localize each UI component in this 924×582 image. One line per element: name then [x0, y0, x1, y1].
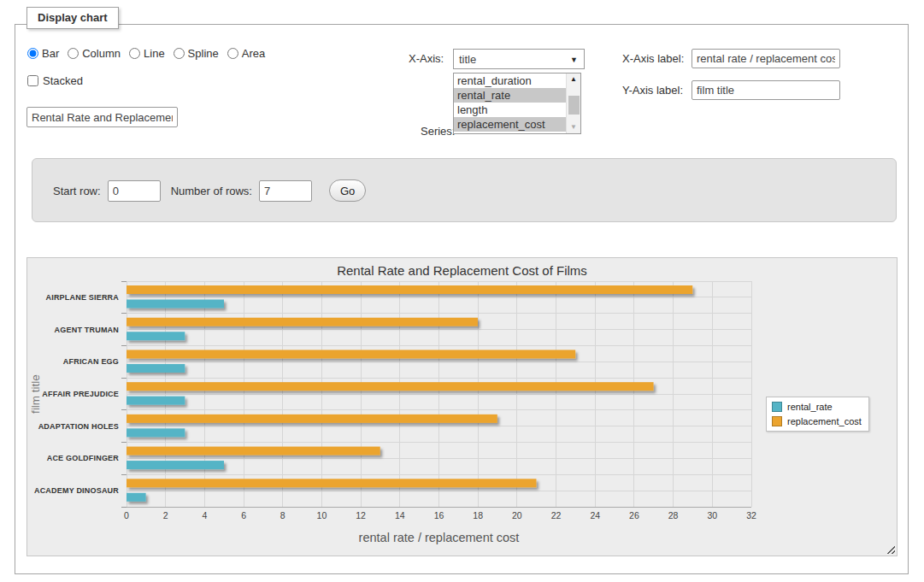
chart-type-option-column[interactable]: Column	[68, 47, 121, 60]
bar-replacement_cost	[127, 479, 536, 487]
stacked-checkbox[interactable]	[27, 75, 38, 86]
x-tick-label: 8	[280, 510, 285, 520]
chart-type-option-bar[interactable]: Bar	[27, 47, 59, 60]
num-rows-label: Number of rows:	[171, 185, 252, 197]
series-option-rental_duration[interactable]: rental_duration	[454, 73, 566, 88]
bar-rental_rate	[127, 300, 224, 309]
series-option-rental_rate[interactable]: rental_rate	[454, 88, 566, 103]
scroll-up-icon[interactable]: ▲	[567, 73, 580, 85]
start-row-label: Start row:	[53, 185, 101, 197]
legend-label: replacement_cost	[787, 416, 862, 426]
x-tick-label: 10	[317, 510, 327, 520]
start-row-input[interactable]	[108, 180, 161, 202]
x-axis-select[interactable]: title ▼	[453, 49, 585, 69]
x-tick-label: 24	[590, 510, 600, 520]
category-label: AFFAIR PREJUDICE	[42, 390, 119, 398]
display-chart-fieldset: Display chart BarColumnLineSplineArea St…	[15, 24, 909, 574]
x-tick-label: 14	[395, 510, 405, 520]
x-axis-selected-value: title	[459, 53, 476, 66]
bar-replacement_cost	[127, 350, 575, 358]
bar-replacement_cost	[127, 382, 654, 391]
chart-title-input[interactable]	[26, 107, 178, 127]
legend-swatch	[772, 416, 782, 426]
chart-type-option-spline[interactable]: Spline	[174, 47, 219, 60]
series-options: rental_durationrental_ratelengthreplacem…	[454, 73, 566, 132]
series-multiselect[interactable]: rental_durationrental_ratelengthreplacem…	[453, 73, 581, 134]
category-label: ACADEMY DINOSAUR	[34, 486, 119, 495]
x-tick-label: 16	[434, 510, 444, 520]
bar-replacement_cost	[127, 285, 692, 294]
radio-bar[interactable]	[27, 48, 38, 59]
bar-replacement_cost	[127, 414, 497, 423]
chart-container: Rental Rate and Replacement Cost of Film…	[26, 257, 898, 556]
category-label: ADAPTATION HOLES	[38, 422, 119, 431]
chart-legend: rental_ratereplacement_cost	[766, 397, 869, 432]
y-axis-label-input[interactable]	[692, 80, 840, 100]
scrollbar-thumb[interactable]	[568, 96, 580, 115]
bar-rental_rate	[127, 364, 185, 373]
x-axis-label-caption: X-Axis label:	[622, 52, 684, 65]
x-axis-title: rental rate / replacement cost	[359, 531, 520, 544]
x-tick-label: 26	[629, 510, 639, 520]
chart-type-option-line[interactable]: Line	[129, 47, 165, 60]
bars: AIRPLANE SIERRAAGENT TRUMANAFRICAN EGGAF…	[34, 285, 692, 502]
series-select-label: Series:	[421, 125, 455, 138]
category-label: AGENT TRUMAN	[55, 326, 119, 334]
x-tick-label: 20	[512, 510, 522, 520]
y-axis-title: film title	[29, 374, 42, 414]
x-tick-label: 2	[163, 510, 168, 520]
series-option-length[interactable]: length	[454, 103, 566, 117]
x-tick-label: 18	[473, 510, 483, 520]
row-range-panel: Start row: Number of rows: Go	[32, 158, 897, 222]
stacked-row: Stacked	[27, 74, 83, 87]
bar-rental_rate	[127, 428, 185, 437]
x-tick-label: 6	[241, 510, 246, 520]
bar-rental_rate	[127, 332, 185, 340]
bar-rental_rate	[127, 461, 224, 469]
category-label: AFRICAN EGG	[63, 357, 119, 366]
legend-entry-rental_rate: rental_rate	[772, 402, 862, 412]
y-axis-label-caption: Y-Axis label:	[622, 84, 683, 97]
category-label: ACE GOLDFINGER	[47, 454, 120, 462]
bar-rental_rate	[127, 397, 185, 405]
chevron-down-icon: ▼	[570, 56, 578, 64]
x-tick-label: 12	[356, 510, 366, 520]
bar-replacement_cost	[127, 447, 380, 456]
chart-type-option-area[interactable]: Area	[227, 47, 265, 60]
go-button[interactable]: Go	[329, 179, 366, 202]
legend-entry-replacement_cost: replacement_cost	[772, 416, 862, 426]
radio-area[interactable]	[227, 48, 238, 59]
x-axis-select-label: X-Axis:	[409, 52, 444, 65]
x-tick-label: 22	[551, 510, 562, 520]
radio-line[interactable]	[129, 48, 140, 59]
fieldset-legend: Display chart	[26, 7, 119, 29]
legend-label: rental_rate	[787, 402, 833, 412]
radio-column[interactable]	[68, 48, 79, 59]
gridlines	[121, 281, 751, 507]
x-tick-label: 32	[746, 510, 756, 520]
x-tick-label: 28	[668, 510, 679, 520]
x-axis-label-input[interactable]	[692, 49, 840, 68]
scroll-down-icon[interactable]: ▼	[567, 121, 580, 133]
scrollbar[interactable]: ▲ ▼	[566, 73, 580, 133]
stacked-label: Stacked	[43, 74, 83, 87]
x-tick-label: 30	[707, 510, 717, 520]
x-tick-label: 0	[124, 510, 129, 520]
radio-spline[interactable]	[174, 48, 185, 59]
series-option-replacement_cost[interactable]: replacement_cost	[454, 117, 566, 132]
x-tick-label: 4	[202, 510, 207, 520]
legend-swatch	[772, 402, 782, 412]
bar-replacement_cost	[127, 318, 478, 326]
bar-rental_rate	[127, 493, 146, 502]
category-label: AIRPLANE SIERRA	[45, 293, 119, 302]
chart-type-radio-group: BarColumnLineSplineArea	[27, 47, 265, 60]
num-rows-input[interactable]	[259, 180, 312, 202]
